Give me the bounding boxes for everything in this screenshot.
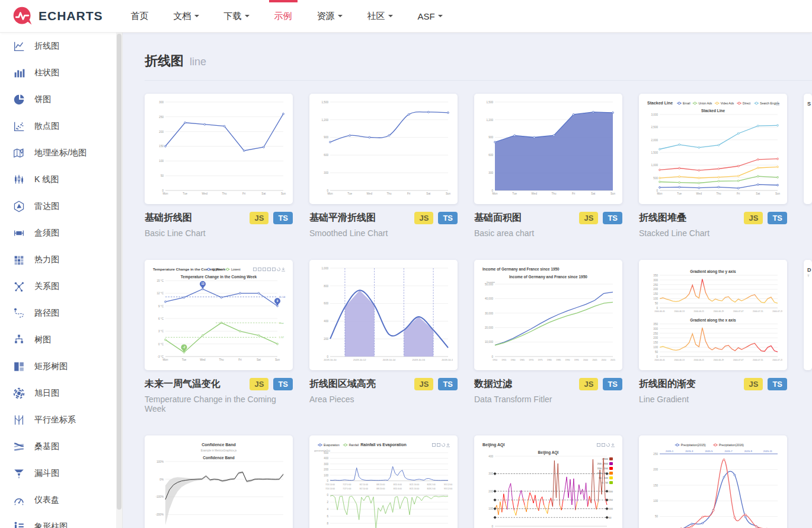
sidebar-scrollbar-thumb[interactable]	[117, 34, 122, 510]
sidebar-item-boxplot[interactable]: 盒须图	[0, 220, 122, 246]
svg-text:1970: 1970	[529, 359, 533, 361]
sidebar-item-candlestick[interactable]: K 线图	[0, 166, 122, 193]
svg-text:8/28 2:00: 8/28 2:00	[427, 488, 436, 490]
ts-badge[interactable]: TS	[768, 378, 787, 390]
svg-text:2000-07-07: 2000-07-07	[733, 359, 743, 361]
example-chart-thumbnail[interactable]: 1,00080060040020002019-10-102019-10-1220…	[309, 260, 458, 370]
sidebar-item-radar[interactable]: 雷达图	[0, 193, 122, 220]
example-chart-thumbnail[interactable]: Precipitation(2015)Precipitation(2016)25…	[639, 435, 787, 528]
sidebar-item-parallel[interactable]: 平行坐标系	[0, 406, 122, 433]
svg-text:Fri: Fri	[407, 192, 410, 195]
nav-item-asf[interactable]: ASF	[405, 0, 455, 33]
example-title[interactable]: 基础平滑折线图	[309, 212, 376, 224]
example-chart-thumbnail[interactable]: Temperature Change in the Coming WeekHig…	[145, 260, 293, 370]
sidebar-item-treemap[interactable]: 矩形树图	[0, 353, 122, 380]
sidebar-item-line[interactable]: 折线图	[0, 33, 122, 59]
example-title[interactable]: 未来一周气温变化	[145, 378, 220, 390]
svg-text:500: 500	[324, 451, 328, 454]
sidebar-item-sankey[interactable]: 桑基图	[0, 433, 122, 460]
example-title[interactable]: 折线图的渐变	[639, 378, 696, 390]
example-chart-thumbnail[interactable]: Rainfall vs EvaporationEvaporationRainfa…	[309, 435, 458, 528]
sidebar-item-funnel[interactable]: 漏斗图	[0, 460, 122, 486]
svg-text:250: 250	[159, 116, 164, 119]
js-badge[interactable]: JS	[579, 212, 598, 224]
sankey-icon	[12, 440, 25, 453]
example-title[interactable]: 基础折线图	[145, 212, 192, 224]
js-badge[interactable]: JS	[744, 212, 763, 224]
echarts-logo[interactable]: ECHARTS	[12, 5, 103, 27]
js-badge[interactable]: JS	[250, 212, 268, 224]
ts-badge[interactable]: TS	[603, 212, 622, 224]
sidebar-item-gauge[interactable]: 仪表盘	[0, 486, 122, 513]
svg-text:350: 350	[653, 274, 658, 277]
sidebar-item-pictorial-bar[interactable]: 象形柱图	[0, 513, 122, 528]
example-chart-thumbnail[interactable]: Gradient along the y axis350300250200150…	[639, 260, 787, 370]
nav-item-community[interactable]: 社区	[355, 0, 405, 33]
example-card-data-transform-filter: Income of Germany and France since 1950I…	[474, 260, 622, 414]
js-badge[interactable]: JS	[744, 378, 763, 390]
ts-badge[interactable]: TS	[438, 378, 458, 390]
example-chart-thumbnail[interactable]: Confidence BandExample in MetricsGraphic…	[145, 435, 293, 528]
ts-badge[interactable]: TS	[768, 212, 787, 224]
example-chart-thumbnail[interactable]: Income of Germany and France since 1950I…	[474, 260, 622, 370]
nav-item-docs[interactable]: 文档	[161, 0, 212, 33]
svg-text:1995: 1995	[574, 359, 579, 361]
example-chart-svg: Rainfall vs EvaporationEvaporationRainfa…	[314, 440, 453, 528]
sidebar-item-sunburst[interactable]: 旭日图	[0, 380, 122, 406]
sidebar-item-label: 仪表盘	[34, 495, 59, 505]
sidebar-scrollbar[interactable]	[116, 33, 122, 528]
example-subtitle: Area Pieces	[309, 395, 458, 404]
ts-badge[interactable]: TS	[273, 378, 293, 390]
svg-text:6: 6	[327, 515, 328, 518]
sidebar-item-heatmap[interactable]: 热力图	[0, 246, 122, 273]
js-badge[interactable]: JS	[250, 378, 268, 390]
sidebar-item-lines[interactable]: 路径图	[0, 300, 122, 326]
sidebar-item-bar[interactable]: 柱状图	[0, 59, 122, 86]
example-chart-thumbnail[interactable]: S	[804, 94, 812, 204]
nav-item-home[interactable]: 首页	[119, 0, 161, 33]
example-card-smoothed-line: 1,5001,2009006003000MonTueWedThuFriSatSu…	[309, 94, 458, 238]
sidebar-item-tree[interactable]: 树图	[0, 326, 122, 353]
example-card-partial[interactable]: S	[804, 94, 812, 238]
nav-item-download[interactable]: 下载	[212, 0, 262, 33]
example-card-partial[interactable]: DT	[804, 260, 812, 414]
example-chart-thumbnail[interactable]: 1,5001,2009006003000MonTueWedThuFriSatSu…	[309, 94, 458, 204]
example-chart-thumbnail[interactable]: Beijing AQIBeijing AQI40030020010002014-…	[474, 435, 622, 528]
sidebar-item-graph[interactable]: 关系图	[0, 273, 122, 300]
js-badge[interactable]: JS	[414, 378, 433, 390]
sidebar-item-scatter[interactable]: 散点图	[0, 113, 122, 139]
ts-badge[interactable]: TS	[438, 212, 458, 224]
svg-text:150: 150	[653, 484, 658, 487]
ts-badge[interactable]: TS	[273, 212, 293, 224]
svg-text:9 °C: 9 °C	[158, 305, 164, 308]
nav-item-resources[interactable]: 资源	[305, 0, 355, 33]
sidebar-item-pie[interactable]: 饼图	[0, 86, 122, 113]
svg-text:50: 50	[609, 516, 612, 519]
example-chart-svg: 1,5001,2009006003000MonTueWedThuFriSatSu…	[314, 98, 453, 199]
svg-text:1,200: 1,200	[322, 119, 329, 122]
js-badge[interactable]: JS	[414, 212, 433, 224]
example-chart-thumbnail[interactable]: 300250200150100500MonTueWedThuFriSatSun	[145, 94, 293, 204]
svg-text:Sun: Sun	[275, 358, 280, 361]
nav-item-label: 首页	[131, 11, 149, 22]
example-chart-thumbnail[interactable]: DT	[804, 260, 812, 370]
example-title[interactable]: 数据过滤	[474, 378, 512, 390]
svg-text:2000-06-05: 2000-06-05	[654, 310, 664, 313]
svg-text:Rainfall: Rainfall	[349, 443, 359, 447]
svg-text:Thu: Thu	[222, 192, 227, 195]
example-chart-svg: 300250200150100500MonTueWedThuFriSatSun	[149, 98, 288, 199]
svg-text:7/20 14:00: 7/20 14:00	[325, 488, 335, 490]
ts-badge[interactable]: TS	[603, 378, 622, 390]
js-badge[interactable]: JS	[579, 378, 598, 390]
example-title[interactable]: 折线图区域高亮	[309, 378, 376, 390]
example-title[interactable]: 折线图堆叠	[639, 212, 686, 224]
example-title[interactable]: 基础面积图	[474, 212, 522, 224]
sidebar-item-label: 漏斗图	[34, 468, 59, 479]
svg-text:2015: 2015	[610, 359, 615, 361]
example-chart-thumbnail[interactable]: Stacked LineEmailUnion AdsVideo AdsDirec…	[639, 94, 787, 204]
nav-item-examples[interactable]: 示例	[262, 0, 305, 33]
sidebar-item-map[interactable]: 地理坐标/地图	[0, 139, 122, 166]
svg-text:2,000: 2,000	[651, 139, 658, 142]
example-chart-thumbnail[interactable]: 1,5001,2009006003000MonTueWedThuFriSatSu…	[474, 94, 622, 204]
svg-text:Thu: Thu	[717, 192, 721, 195]
